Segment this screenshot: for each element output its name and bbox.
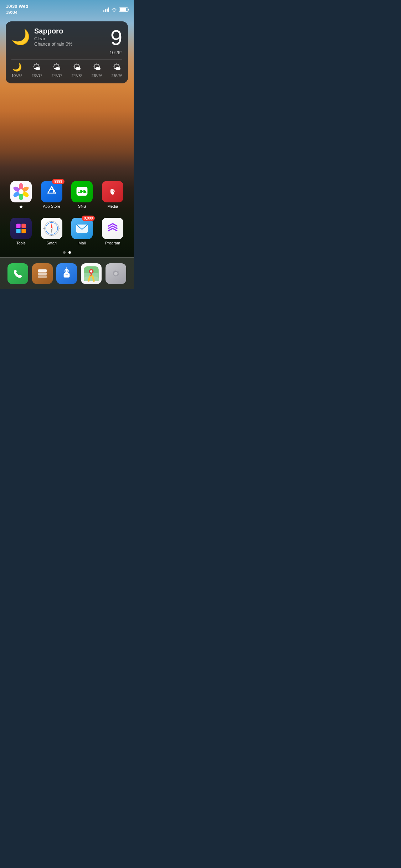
forecast-icon-4: 🌤: [93, 63, 101, 72]
svg-point-43: [90, 270, 92, 272]
mail-icon: 9,999: [71, 218, 93, 239]
app-program-label: Program: [105, 241, 120, 245]
tools-icon: [10, 218, 32, 239]
svg-text:LINE: LINE: [78, 189, 87, 193]
forecast-icon-3: 🌤: [73, 63, 81, 72]
svg-rect-18: [16, 229, 21, 233]
svg-rect-16: [16, 224, 21, 228]
signal-icon: [103, 7, 109, 12]
forecast-icon-5: 🌤: [113, 63, 121, 72]
svg-rect-19: [21, 229, 26, 233]
forecast-temp-1: 23°/7°: [31, 73, 42, 78]
svg-rect-41: [84, 277, 99, 281]
petals-icon: [10, 181, 32, 202]
app-petals-label: [19, 204, 24, 209]
weather-widget[interactable]: 🌙 Sapporo Clear Chance of rain 0% 9 10°/…: [6, 21, 128, 83]
svg-point-15: [111, 191, 114, 195]
svg-point-35: [67, 270, 69, 272]
forecast-temp-4: 26°/9°: [92, 73, 102, 78]
dock-maps[interactable]: [81, 263, 102, 284]
app-media[interactable]: Media: [100, 181, 125, 209]
app-mail-label: Mail: [78, 241, 86, 245]
settings-icon: [106, 263, 126, 284]
app-appstore[interactable]: 9999 App Store: [39, 181, 65, 209]
forecast-temp-3: 24°/8°: [71, 73, 82, 78]
phone-icon: [7, 263, 28, 284]
forecast-temp-0: 10°/6°: [11, 73, 22, 78]
status-datetime: 10/30 Wed 19:04: [6, 4, 28, 16]
svg-text:N: N: [51, 221, 52, 222]
media-icon: [102, 181, 123, 202]
weather-forecast: 🌙 10°/6° 🌤 23°/7° 🌤 24°/7° 🌤 24°/8° 🌤 26…: [11, 63, 122, 78]
app-appstore-label: App Store: [43, 204, 60, 208]
app-mail[interactable]: 9,999 Mail: [69, 218, 95, 245]
forecast-day-4: 🌤 26°/9°: [92, 63, 102, 78]
svg-rect-17: [21, 224, 26, 228]
forecast-day-1: 🌤 23°/7°: [31, 63, 42, 78]
weather-rain: Chance of rain 0%: [34, 41, 72, 47]
svg-line-9: [50, 186, 51, 190]
app-petals[interactable]: [8, 181, 34, 209]
forecast-icon-1: 🌤: [33, 63, 41, 72]
dock-phone[interactable]: [7, 263, 28, 284]
appstore-badge: 9999: [52, 179, 64, 184]
svg-marker-23: [51, 228, 52, 234]
appstore-icon: 9999: [41, 181, 62, 202]
forecast-day-0: 🌙 10°/6°: [11, 63, 22, 78]
svg-point-6: [19, 189, 24, 194]
forecast-temp-2: 24°/7°: [51, 73, 62, 78]
forecast-icon-2: 🌤: [53, 63, 61, 72]
svg-rect-31: [38, 275, 47, 278]
mail-badge: 9,999: [82, 216, 95, 221]
dock-layered[interactable]: [32, 263, 53, 284]
svg-text:S: S: [51, 235, 52, 237]
svg-point-38: [66, 267, 67, 268]
svg-rect-30: [38, 272, 47, 275]
weather-temp-range: 10°/6°: [109, 50, 122, 55]
app-row-2: Tools N S E W Safari: [6, 218, 128, 245]
line-icon: LINE: [71, 181, 93, 202]
page-dot-2[interactable]: [68, 251, 71, 254]
weather-moon-icon: 🌙: [11, 30, 30, 45]
dock-settings[interactable]: [106, 263, 126, 284]
app-tools-label: Tools: [16, 241, 26, 245]
dock: [0, 257, 134, 289]
status-bar: 10/30 Wed 19:04: [0, 0, 134, 16]
app-media-label: Media: [107, 204, 118, 208]
battery-icon: [119, 7, 128, 12]
page-dots: [0, 251, 134, 254]
svg-text:E: E: [59, 228, 60, 229]
program-icon: [102, 218, 123, 239]
svg-marker-22: [51, 223, 52, 228]
svg-rect-29: [38, 269, 47, 272]
weather-city: Sapporo: [34, 27, 72, 35]
status-icons: [103, 7, 128, 12]
app-program[interactable]: Program: [100, 218, 125, 245]
weather-divider: [11, 60, 122, 60]
dock-robot[interactable]: [56, 263, 77, 284]
app-line-label: SNS: [78, 204, 86, 208]
robot-icon: [56, 263, 77, 284]
app-safari-label: Safari: [46, 241, 57, 245]
weather-info: Sapporo Clear Chance of rain 0%: [34, 27, 72, 47]
app-safari[interactable]: N S E W Safari: [39, 218, 65, 245]
forecast-temp-5: 25°/9°: [112, 73, 122, 78]
wifi-icon: [111, 7, 117, 12]
svg-rect-33: [64, 273, 70, 277]
layered-icon: [32, 263, 53, 284]
forecast-day-2: 🌤 24°/7°: [51, 63, 62, 78]
forecast-icon-0: 🌙: [12, 63, 22, 72]
svg-point-34: [65, 270, 66, 272]
svg-point-45: [114, 272, 118, 275]
maps-icon: [81, 263, 102, 284]
weather-current-temp: 9: [109, 27, 122, 48]
svg-line-10: [48, 190, 50, 193]
app-grid: 9999 App Store LINE SN: [0, 181, 134, 254]
svg-text:W: W: [43, 228, 45, 229]
forecast-day-5: 🌤 25°/9°: [112, 63, 122, 78]
forecast-day-3: 🌤 24°/8°: [71, 63, 82, 78]
app-line[interactable]: LINE SNS: [69, 181, 95, 209]
app-row-1: 9999 App Store LINE SN: [6, 181, 128, 209]
app-tools[interactable]: Tools: [8, 218, 34, 245]
page-dot-1[interactable]: [63, 251, 66, 254]
